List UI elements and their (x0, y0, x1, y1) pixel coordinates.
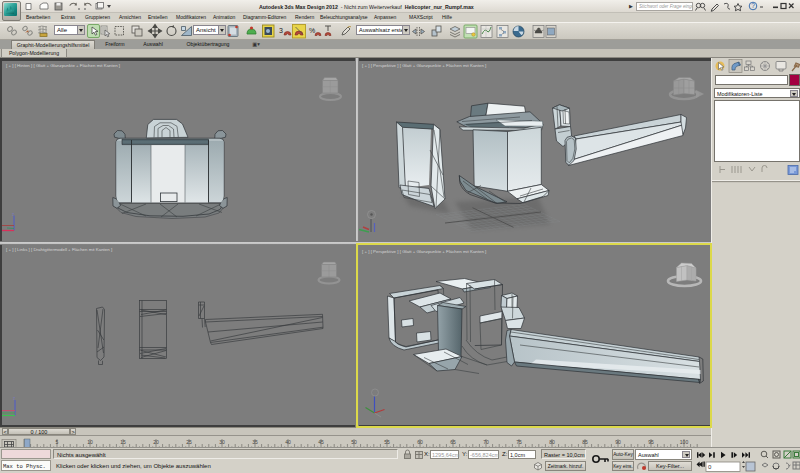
svg-text:45: 45 (318, 439, 324, 445)
svg-text:30: 30 (219, 439, 225, 445)
svg-text:3: 3 (279, 27, 283, 34)
svg-text:20: 20 (153, 439, 159, 445)
svg-text:80: 80 (549, 439, 555, 445)
svg-text:95: 95 (648, 439, 654, 445)
svg-text:15: 15 (120, 439, 126, 445)
svg-text:?: ? (751, 2, 755, 9)
svg-text:65: 65 (450, 439, 456, 445)
svg-text:10: 10 (87, 439, 93, 445)
svg-text:55: 55 (384, 439, 390, 445)
svg-text:40: 40 (285, 439, 291, 445)
svg-text:90: 90 (615, 439, 621, 445)
svg-text:50: 50 (351, 439, 357, 445)
svg-text:60: 60 (417, 439, 423, 445)
svg-text:75: 75 (516, 439, 522, 445)
svg-text:5: 5 (56, 439, 59, 445)
svg-text:25: 25 (186, 439, 192, 445)
svg-text:%: % (309, 27, 315, 34)
svg-text:100: 100 (680, 439, 689, 445)
svg-text:70: 70 (483, 439, 489, 445)
svg-text:35: 35 (252, 439, 258, 445)
svg-text:85: 85 (582, 439, 588, 445)
